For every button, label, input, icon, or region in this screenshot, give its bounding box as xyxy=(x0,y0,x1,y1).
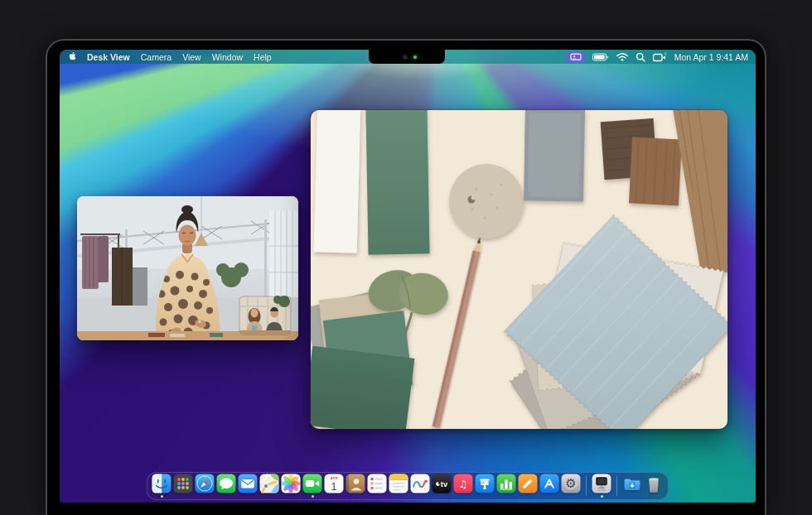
dock-photos-icon[interactable] xyxy=(281,474,301,498)
dock-notes-icon[interactable] xyxy=(389,474,408,498)
display-notch xyxy=(369,50,445,64)
dock-numbers-icon[interactable] xyxy=(496,474,516,498)
menu-app-name[interactable]: Desk View xyxy=(87,52,130,62)
dock-settings-icon[interactable]: ⚙ xyxy=(561,474,581,498)
video-call-window[interactable] xyxy=(77,196,298,340)
dock-trash-icon[interactable] xyxy=(644,474,664,498)
running-indicator xyxy=(161,495,163,498)
video-call-feed xyxy=(77,196,298,340)
dock-deskview-icon[interactable] xyxy=(592,474,611,498)
dock-reminders-icon[interactable] xyxy=(367,474,387,498)
svg-text:1: 1 xyxy=(331,481,337,493)
dock-maps-icon[interactable] xyxy=(259,474,279,498)
dock-facetime-icon[interactable] xyxy=(302,474,322,498)
dock-finder-icon[interactable] xyxy=(152,474,172,498)
dock-messages-icon[interactable] xyxy=(216,474,236,498)
pip-remote-participants[interactable] xyxy=(239,296,291,335)
menu-bar-clock[interactable]: Mon Apr 1 9:41 AM xyxy=(674,52,748,62)
apple-menu[interactable] xyxy=(67,51,76,63)
dock-calendar-icon[interactable]: APR 1 xyxy=(324,474,344,498)
dock-tv-icon[interactable]: tv xyxy=(432,474,452,498)
dock-contacts-icon[interactable] xyxy=(346,474,365,498)
product-shot-background: { "menu_bar": { "apple_logo": "apple-log… xyxy=(0,0,812,515)
apple-logo-icon xyxy=(67,51,76,61)
dock-appstore-icon[interactable] xyxy=(539,474,559,498)
dock: APR 1 tv♫ ⚙ xyxy=(147,472,669,500)
battery-icon[interactable] xyxy=(592,53,609,61)
dock-pages-icon[interactable] xyxy=(518,474,538,498)
macbook-display: Desk View Camera View Window Help xyxy=(46,39,766,515)
ring xyxy=(198,320,201,323)
dock-mail-icon[interactable] xyxy=(238,474,258,498)
dock-freeform-icon[interactable] xyxy=(410,474,430,498)
menu-window[interactable]: Window xyxy=(212,52,243,62)
loft-windows xyxy=(269,211,298,304)
desk-view-feed xyxy=(311,110,727,429)
menu-bar-status-area: Mon Apr 1 9:41 AM xyxy=(567,51,748,63)
svg-text:tv: tv xyxy=(441,479,448,489)
camera-active-dot xyxy=(664,52,667,55)
running-indicator xyxy=(601,495,603,498)
camera-indicator-light xyxy=(413,55,417,59)
dock-downloads-icon[interactable] xyxy=(622,474,642,498)
spotlight-search-icon[interactable] xyxy=(636,52,645,62)
dock-divider xyxy=(616,476,617,496)
svg-text:⚙: ⚙ xyxy=(565,476,576,491)
desk-view-window[interactable] xyxy=(311,110,727,429)
video-menu-icon[interactable] xyxy=(653,52,667,62)
svg-text:APR: APR xyxy=(331,476,338,480)
desktop: Desk View Camera View Window Help xyxy=(60,50,756,503)
notch-camera xyxy=(403,55,408,60)
menu-view[interactable]: View xyxy=(182,52,201,62)
dock-safari-icon[interactable] xyxy=(195,474,215,498)
dock-keynote-icon[interactable] xyxy=(475,474,495,498)
dock-launchpad-icon[interactable] xyxy=(173,474,193,498)
hair-bun xyxy=(181,205,193,214)
svg-text:♫: ♫ xyxy=(459,479,468,490)
menu-camera[interactable]: Camera xyxy=(141,52,172,62)
wifi-icon[interactable] xyxy=(616,52,628,61)
running-indicator xyxy=(312,495,314,498)
dock-divider xyxy=(586,476,587,496)
dock-music-icon[interactable]: ♫ xyxy=(453,474,473,498)
menu-help[interactable]: Help xyxy=(254,52,272,62)
screen-mirroring-icon[interactable] xyxy=(567,51,585,63)
